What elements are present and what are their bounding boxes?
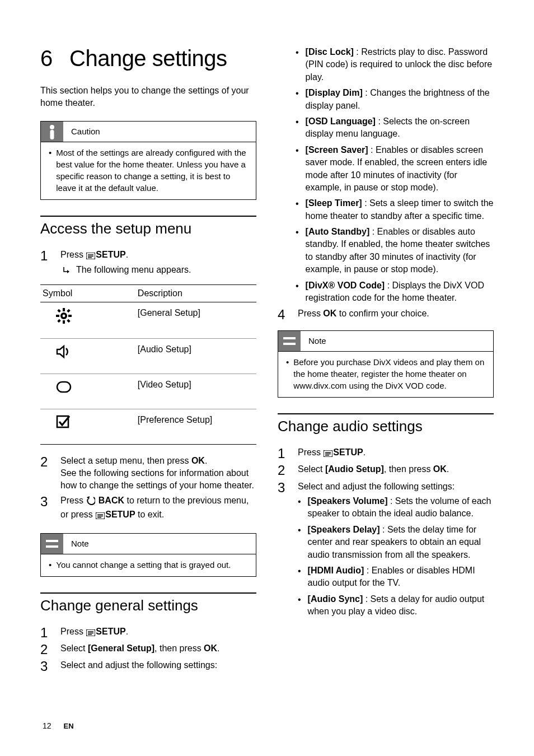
gear-icon	[56, 316, 72, 325]
access-step-3: Press BACK to return to the previous men…	[40, 494, 256, 523]
list-item: •[Display Dim] : Changes the brightness …	[278, 87, 494, 112]
caution-callout: Caution •Most of the settings are alread…	[40, 121, 256, 200]
list-item: •[Sleep Timer] : Sets a sleep timer to s…	[278, 197, 494, 222]
list-item: •[Auto Standby] : Enables or disables au…	[278, 226, 494, 276]
general-step-3: Select and adjust the following settings…	[40, 659, 256, 674]
access-step-1: Press SETUP. The following menu appears.	[40, 249, 256, 278]
intro-text: This section helps you to change the set…	[40, 85, 256, 110]
result-arrow-icon	[63, 264, 71, 277]
check-icon	[56, 422, 72, 431]
note-icon	[40, 533, 64, 554]
page-lang: EN	[63, 722, 73, 730]
section-general-title: Change general settings	[40, 597, 256, 614]
note-label: Note	[308, 336, 326, 346]
setup-icon	[324, 448, 332, 460]
chapter-title: Change settings	[69, 46, 227, 71]
audio-step-3: Select and adjust the following settings…	[278, 480, 494, 622]
section-access-title: Access the setup menu	[40, 220, 256, 237]
setup-icon	[86, 627, 95, 640]
note-callout: Note •You cannot change a setting that i…	[40, 533, 256, 577]
th-symbol: Symbol	[40, 284, 135, 302]
table-row: [Video Setup]	[40, 374, 256, 409]
access-step1-result: The following menu appears.	[76, 264, 191, 277]
section-divider	[278, 413, 494, 414]
list-item: •[Audio Sync] : Sets a delay for audio o…	[298, 593, 494, 618]
bullet-dot: •	[49, 147, 51, 194]
section-divider	[40, 216, 256, 217]
back-icon	[86, 496, 95, 508]
note-callout: Note •Before you purchase DivX videos an…	[278, 330, 494, 398]
list-item: •[Speakers Delay] : Sets the delay time …	[298, 524, 494, 561]
note-icon	[278, 330, 301, 352]
note-label: Note	[71, 539, 89, 548]
caution-label: Caution	[71, 127, 100, 136]
video-icon	[56, 386, 72, 396]
setup-icon	[86, 250, 95, 263]
page-footer: 12 EN	[43, 721, 74, 730]
section-divider	[40, 592, 256, 594]
general-step-4: Press OK to confirm your choice.	[278, 307, 494, 322]
general-step-1: Press SETUP.	[40, 626, 256, 640]
chapter-heading: 6Change settings	[40, 46, 256, 71]
section-audio-title: Change audio settings	[278, 418, 494, 435]
setup-icon	[96, 510, 105, 522]
note-body: You cannot change a setting that is gray…	[56, 559, 231, 571]
th-description: Description	[135, 284, 256, 302]
table-row: [General Setup]	[40, 302, 256, 338]
list-item: •[OSD Language] : Selects the on-screen …	[278, 115, 494, 141]
caution-body: Most of the settings are already configu…	[56, 147, 248, 194]
list-item: •[Disc Lock] : Restricts play to disc. P…	[278, 46, 494, 83]
note-body: Before you purchase DivX videos and play…	[293, 356, 485, 391]
table-row: [Audio Setup]	[40, 338, 256, 374]
caution-icon	[40, 121, 64, 142]
chapter-number: 6	[40, 46, 69, 71]
table-row: [Preference Setup]	[40, 409, 256, 444]
general-step-2: Select [General Setup], then press OK.	[40, 642, 256, 657]
list-item: •[HDMI Audio] : Enables or disables HDMI…	[298, 564, 494, 590]
audio-step-2: Select [Audio Setup], then press OK.	[278, 463, 494, 478]
access-step-2: Select a setup menu, then press OK. See …	[40, 455, 256, 492]
list-item: •[Speakers Volume] : Sets the volume of …	[298, 495, 494, 520]
audio-step-1: Press SETUP.	[278, 446, 494, 461]
page-number: 12	[43, 721, 51, 730]
list-item: •[DivX® VOD Code] : Displays the DivX VO…	[278, 279, 494, 305]
list-item: •[Screen Saver] : Enables or disables sc…	[278, 144, 494, 194]
symbol-table: Symbol Description [General Setup] [Audi…	[40, 284, 256, 445]
speaker-icon	[56, 351, 71, 361]
